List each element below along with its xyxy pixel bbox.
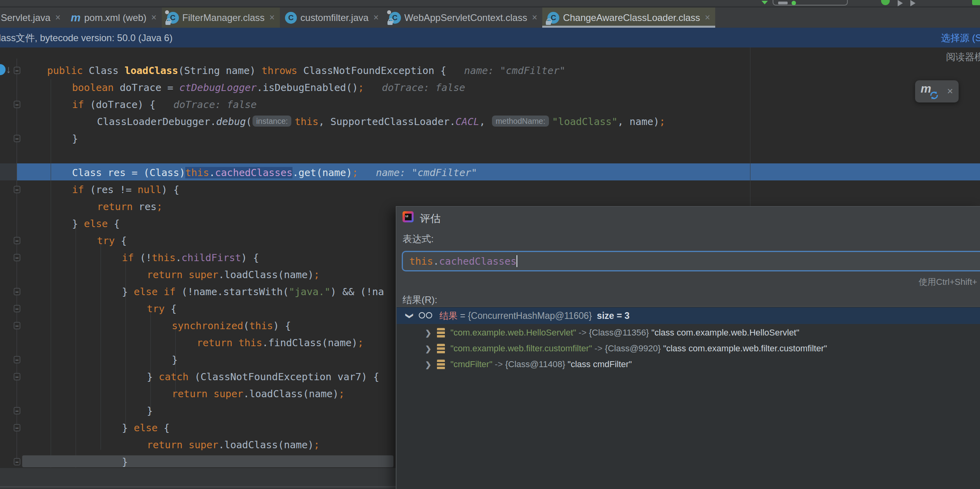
code-token: ; — [313, 439, 319, 451]
code-token: { — [158, 422, 169, 434]
chevron-right-icon[interactable]: ❯ — [425, 344, 431, 353]
code-line[interactable]: ClassLoaderDebugger.debug(instance:this,… — [97, 113, 665, 130]
code-line[interactable]: } — [72, 130, 78, 147]
choose-sources-link[interactable]: 选择源 (S) — [941, 32, 980, 44]
result-reference: {ConcurrentHashMap@11606} — [468, 311, 592, 321]
code-line[interactable]: Class res = (Class)this.cachedClasses.ge… — [72, 164, 477, 181]
code-token: , SupportedClassLoader. — [319, 116, 456, 127]
code-token: debug — [216, 116, 246, 127]
code-line[interactable]: } catch (ClassNotFoundException var7) { — [147, 368, 379, 385]
tab-label: ChangeAwareClassLoader.class — [563, 12, 700, 23]
code-line[interactable]: boolean doTrace = ctDebugLogger.isDebugE… — [72, 79, 465, 96]
code-line[interactable]: } else { — [122, 419, 169, 436]
fold-close-icon[interactable]: − — [14, 407, 20, 414]
code-token: else — [134, 422, 158, 434]
class-file-locked-icon: C — [547, 12, 559, 24]
run-state-icon — [762, 1, 768, 4]
tab-close-icon[interactable]: × — [270, 13, 275, 22]
code-line[interactable]: return this.findClass(name); — [197, 334, 363, 351]
shortcut-hint: 使用Ctrl+Shift+ — [919, 276, 977, 288]
code-line[interactable]: } else { — [72, 215, 120, 232]
inline-debug-hint: name: "cmdFilter" — [446, 65, 565, 76]
code-token — [232, 337, 238, 349]
code-token: . — [175, 252, 181, 263]
refresh-icon[interactable] — [929, 91, 939, 100]
chevron-right-icon[interactable]: ❯ — [425, 328, 431, 337]
result-name: 结果 — [439, 310, 458, 322]
intellij-logo-icon: IJ — [403, 211, 414, 222]
run-config-selector[interactable] — [773, 0, 848, 6]
tab-close-icon[interactable]: × — [151, 13, 156, 22]
code-token: boolean — [72, 82, 114, 93]
code-token: (ClassNotFoundException var7) { — [188, 371, 379, 383]
code-token: CACL — [456, 116, 479, 127]
tab-close-icon[interactable]: × — [373, 13, 378, 22]
fold-open-icon[interactable]: − — [14, 67, 20, 74]
fold-open-icon[interactable]: − — [14, 101, 20, 108]
map-entry-row[interactable]: ❯"com.example.web.HelloServlet" -> {Clas… — [397, 325, 980, 341]
code-token: this — [185, 167, 209, 178]
tab-changeawareclassloader-class[interactable]: CChangeAwareClassLoader.class× — [542, 8, 715, 28]
code-line[interactable]: } — [147, 402, 153, 419]
fold-close-icon[interactable]: − — [14, 135, 20, 142]
inline-debug-hint: name: "cmdFilter" — [358, 167, 477, 178]
tab-customfilter-java[interactable]: Ccustomfilter.java× — [280, 8, 384, 28]
fold-open-icon[interactable]: − — [14, 373, 20, 380]
maven-reload-popup[interactable]: m × — [915, 80, 959, 102]
code-token: ctDebugLogger — [179, 82, 257, 93]
expression-input[interactable]: this.cachedClasses — [402, 251, 980, 271]
tab-filtermanager-class[interactable]: CFilterManager.class× — [162, 8, 280, 28]
map-entry-row[interactable]: ❯"cmdFilter" -> {Class@11408} "class cmd… — [397, 356, 980, 372]
fold-close-icon[interactable]: − — [14, 356, 20, 363]
code-token: cachedClasses — [215, 167, 292, 178]
result-tree[interactable]: ❯结果 = {ConcurrentHashMap@11606} size = 3… — [397, 306, 980, 489]
fold-open-icon[interactable]: − — [14, 424, 20, 431]
code-line[interactable]: if (res != null) { — [72, 181, 179, 198]
class-file-locked-badge-icon: C — [389, 12, 401, 24]
code-line[interactable]: return super.loadClass(name); — [147, 436, 320, 453]
fold-open-icon[interactable]: − — [14, 237, 20, 244]
code-line[interactable]: } — [172, 351, 178, 368]
code-line[interactable]: return super.loadClass(name); — [172, 385, 345, 402]
tab-close-icon[interactable]: × — [705, 13, 710, 22]
tab-servlet-java[interactable]: Servlet.java× — [0, 8, 66, 28]
code-token: if — [122, 252, 134, 263]
play-icon[interactable] — [898, 0, 903, 6]
tab-webappservletcontext-class[interactable]: CWebAppServletContext.class× — [384, 8, 543, 28]
chevron-down-icon[interactable]: ❯ — [405, 313, 414, 319]
fold-close-icon[interactable]: − — [14, 458, 20, 465]
tab-pom-xml-web-[interactable]: mpom.xml (web)× — [66, 8, 162, 28]
code-line[interactable]: try { — [147, 300, 177, 317]
fold-open-icon[interactable]: − — [14, 186, 20, 193]
fold-close-icon[interactable]: − — [14, 288, 20, 295]
map-entry-row[interactable]: ❯"com.example.web.filter.customfilter" -… — [397, 341, 980, 356]
code-line[interactable]: try { — [97, 232, 127, 249]
chevron-right-icon[interactable]: ❯ — [425, 360, 431, 369]
result-root-row[interactable]: ❯结果 = {ConcurrentHashMap@11606} size = 3 — [397, 307, 980, 324]
rerun-icon[interactable] — [881, 0, 890, 5]
entry-arrow: -> — [576, 328, 589, 338]
code-line[interactable]: return super.loadClass(name); — [147, 266, 320, 283]
fold-open-icon[interactable]: − — [14, 254, 20, 261]
code-token: . — [209, 167, 215, 178]
code-line[interactable]: if (!this.childFirst) { — [122, 249, 259, 266]
code-token: ClassLoaderDebugger. — [97, 116, 216, 127]
code-token: ) { — [161, 184, 179, 195]
code-token: { — [108, 218, 120, 229]
code-line[interactable]: } else if (!name.startsWith("java.") && … — [122, 283, 384, 300]
result-equals: = — [458, 311, 468, 321]
code-line[interactable]: public Class loadClass(String name) thro… — [47, 62, 566, 79]
code-token: super — [188, 439, 218, 451]
code-line[interactable]: return res; — [97, 198, 163, 215]
tab-close-icon[interactable]: × — [532, 13, 537, 22]
tab-close-icon[interactable]: × — [55, 13, 60, 22]
fold-open-icon[interactable]: − — [14, 305, 20, 312]
fold-open-icon[interactable]: − — [14, 322, 20, 329]
code-line[interactable]: synchronized(this) { — [172, 317, 291, 334]
code-line[interactable]: if (doTrace) { doTrace: false — [72, 96, 257, 113]
code-token: (doTrace) { — [84, 99, 156, 110]
code-token: .loadClass(name) — [243, 388, 339, 400]
play-debug-icon[interactable] — [910, 0, 915, 6]
tab-bar: Servlet.java×mpom.xml (web)×CFilterManag… — [0, 8, 980, 28]
maven-popup-close-icon[interactable]: × — [947, 85, 953, 97]
